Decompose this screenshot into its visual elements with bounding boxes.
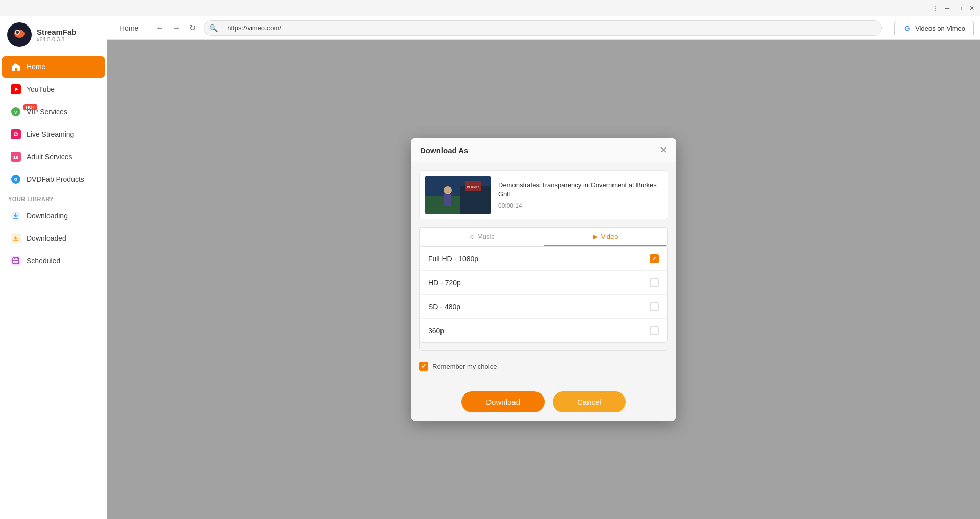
svg-point-15 <box>15 179 17 180</box>
downloaded-icon <box>10 233 21 244</box>
home-icon <box>10 61 21 72</box>
quality-fhd[interactable]: Full HD - 1080p <box>420 247 667 271</box>
modal-overlay: Download As ✕ <box>107 40 980 519</box>
main-content: Home ← → ↻ 🔍 G Videos on Vimeo <box>107 16 980 519</box>
download-button[interactable]: Download <box>461 391 545 412</box>
svg-rect-24 <box>425 196 460 214</box>
sidebar-nav: Home YouTube V VIP Services HOT <box>0 53 107 519</box>
video-title: Demonstrates Transparency in Government … <box>498 181 663 199</box>
quality-hd-checkbox[interactable] <box>650 278 659 287</box>
hot-badge: HOT <box>23 104 37 110</box>
svg-point-10 <box>15 133 17 135</box>
modal-footer: Download Cancel <box>411 383 676 421</box>
sidebar-item-scheduled[interactable]: Scheduled <box>2 250 105 271</box>
browser-chrome: Home ← → ↻ 🔍 G Videos on Vimeo <box>107 16 980 40</box>
quality-360p[interactable]: 360p <box>420 319 667 342</box>
scheduled-icon <box>10 255 21 266</box>
close-btn[interactable]: ✕ <box>968 4 976 12</box>
video-info: Demonstrates Transparency in Government … <box>498 181 663 209</box>
youtube-icon <box>10 84 21 95</box>
tab-video[interactable]: ▶ Video <box>544 228 667 246</box>
quality-hd[interactable]: HD - 720p <box>420 271 667 295</box>
maximize-btn[interactable]: □ <box>955 4 964 12</box>
tab-title: Videos on Vimeo <box>915 24 965 32</box>
downloading-label: Downloading <box>27 212 68 220</box>
quality-sd-label: SD - 480p <box>428 303 460 311</box>
forward-button[interactable]: → <box>169 21 183 35</box>
download-as-modal: Download As ✕ <box>411 138 676 421</box>
quality-360p-label: 360p <box>428 327 444 335</box>
adult-label: Adult Services <box>27 153 72 161</box>
format-tabs: ♫ Music ▶ Video <box>420 227 668 247</box>
svg-text:18: 18 <box>13 155 18 160</box>
sidebar-item-home[interactable]: Home <box>2 56 105 78</box>
downloading-icon <box>10 210 21 221</box>
dvdfab-label: DVDFab Products <box>27 175 84 183</box>
svg-rect-27 <box>444 194 451 206</box>
modal-title: Download As <box>420 146 468 155</box>
quality-sd-checkbox[interactable] <box>650 302 659 311</box>
sidebar-item-vip[interactable]: V VIP Services HOT <box>2 101 105 122</box>
quality-hd-label: HD - 720p <box>428 279 461 287</box>
sidebar-item-live-streaming[interactable]: Live Streaming <box>2 123 105 145</box>
sidebar-item-adult[interactable]: 18 Adult Services <box>2 146 105 167</box>
minimize-btn[interactable]: ─ <box>943 4 951 12</box>
quality-sd[interactable]: SD - 480p <box>420 295 667 319</box>
home-tab-label: Home <box>113 24 144 32</box>
music-tab-icon: ♫ <box>469 233 474 240</box>
address-bar-input[interactable] <box>221 20 876 36</box>
app-version: x64 5.0.3.8 <box>37 36 77 42</box>
sidebar-item-downloading[interactable]: Downloading <box>2 205 105 227</box>
remember-choice-checkbox[interactable] <box>419 362 428 371</box>
app-name: StreamFab <box>37 28 77 36</box>
logo-icon <box>7 22 32 47</box>
modal-header: Download As ✕ <box>411 138 676 162</box>
quality-fhd-label: Full HD - 1080p <box>428 255 478 263</box>
downloaded-label: Downloaded <box>27 234 66 242</box>
music-tab-label: Music <box>477 233 495 240</box>
back-button[interactable]: ← <box>153 21 167 35</box>
svg-text:BURKES: BURKES <box>467 186 480 189</box>
youtube-label: YouTube <box>27 85 55 93</box>
video-tab-icon: ▶ <box>593 233 598 240</box>
app-container: StreamFab x64 5.0.3.8 Home YouTube <box>0 16 980 519</box>
svg-point-3 <box>16 31 19 34</box>
video-thumbnail: BURKES <box>425 176 491 214</box>
live-streaming-icon <box>10 129 21 140</box>
live-label: Live Streaming <box>27 130 74 138</box>
logo-text: StreamFab x64 5.0.3.8 <box>37 28 77 42</box>
window-controls: ⋮ ─ □ ✕ <box>931 4 976 12</box>
cancel-button[interactable]: Cancel <box>553 391 626 412</box>
sidebar: StreamFab x64 5.0.3.8 Home YouTube <box>0 16 107 519</box>
tab-music[interactable]: ♫ Music <box>420 228 544 246</box>
video-preview: BURKES Demonstrates Transparency in Gove… <box>419 170 668 219</box>
svg-point-26 <box>444 186 452 194</box>
sidebar-item-youtube[interactable]: YouTube <box>2 79 105 100</box>
video-duration: 00:00:14 <box>498 202 663 209</box>
refresh-button[interactable]: ↻ <box>185 21 200 35</box>
format-section: ♫ Music ▶ Video <box>419 227 668 351</box>
sidebar-item-downloaded[interactable]: Downloaded <box>2 228 105 249</box>
search-icon: 🔍 <box>209 24 218 32</box>
scheduled-label: Scheduled <box>27 257 60 265</box>
modal-close-button[interactable]: ✕ <box>659 145 667 155</box>
thumb-inner: BURKES <box>425 176 491 214</box>
menu-icon-btn[interactable]: ⋮ <box>931 4 939 12</box>
svg-rect-18 <box>11 256 21 266</box>
remember-choice-row[interactable]: Remember my choice <box>419 358 668 375</box>
adult-icon: 18 <box>10 151 21 162</box>
quality-list: Full HD - 1080p HD - 720p <box>420 247 668 343</box>
video-tab-label: Video <box>601 233 618 240</box>
remember-choice-label: Remember my choice <box>432 363 497 370</box>
browser-content: Download As ✕ <box>107 40 980 519</box>
sidebar-item-dvdfab[interactable]: DVDFab Products <box>2 168 105 190</box>
quality-360p-checkbox[interactable] <box>650 326 659 335</box>
home-label: Home <box>27 63 45 71</box>
browser-tab[interactable]: G Videos on Vimeo <box>894 21 974 35</box>
quality-fhd-checkbox[interactable] <box>650 254 659 263</box>
tab-favicon: G <box>903 24 911 32</box>
svg-text:V: V <box>14 110 17 115</box>
vip-icon: V <box>10 106 21 117</box>
app-logo: StreamFab x64 5.0.3.8 <box>0 16 107 53</box>
modal-body: BURKES Demonstrates Transparency in Gove… <box>411 162 676 383</box>
